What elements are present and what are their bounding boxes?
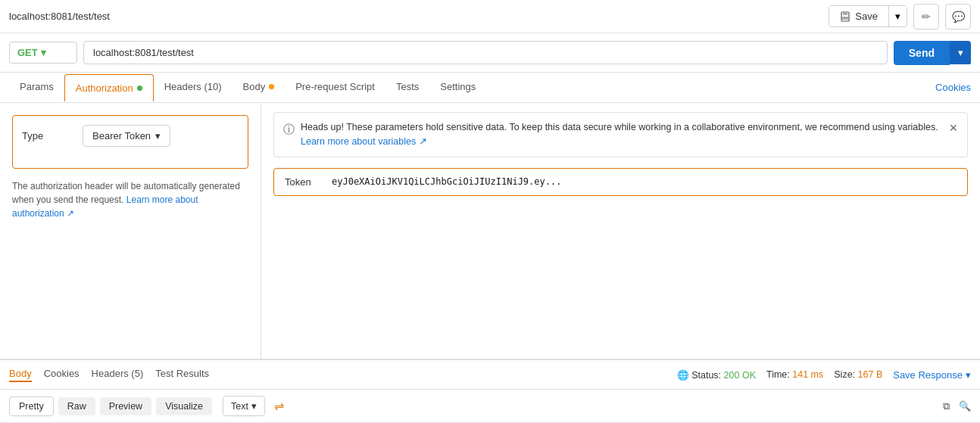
svg-rect-1 bbox=[843, 12, 847, 15]
comment-button[interactable]: 💬 bbox=[945, 4, 971, 30]
response-status: 🌐 Status: 200 OK Time: 141 ms Size: 167 … bbox=[677, 369, 971, 381]
method-select[interactable]: GET ▾ bbox=[9, 42, 77, 64]
response-bar: Body Cookies Headers (5) Test Results 🌐 … bbox=[0, 359, 980, 390]
auth-left-panel: Type Bearer Token ▾ The authorization he… bbox=[0, 103, 261, 359]
token-row: Token eyJ0eXAiOiJKV1QiLCJhbGciOiJIUzI1Ni… bbox=[273, 168, 968, 196]
text-format-select[interactable]: Text ▾ bbox=[223, 396, 265, 416]
search-icon[interactable]: 🔍 bbox=[959, 400, 971, 412]
time-value: 141 ms bbox=[792, 369, 823, 380]
preview-button[interactable]: Preview bbox=[100, 397, 151, 415]
visualize-button[interactable]: Visualize bbox=[156, 397, 212, 415]
resp-tab-cookies[interactable]: Cookies bbox=[44, 368, 80, 382]
send-button-group: Send ▾ bbox=[894, 41, 971, 65]
type-box: Type Bearer Token ▾ bbox=[12, 115, 248, 169]
body-dot bbox=[269, 84, 274, 89]
tab-body[interactable]: Body bbox=[233, 73, 286, 101]
size-value: 167 B bbox=[858, 369, 883, 380]
token-value[interactable]: eyJ0eXAiOiJKV1QiLCJhbGciOiJIUzI1NiJ9.ey.… bbox=[332, 176, 957, 187]
cookies-link[interactable]: Cookies bbox=[935, 82, 971, 93]
send-button[interactable]: Send bbox=[894, 41, 950, 65]
pretty-button[interactable]: Pretty bbox=[9, 397, 54, 416]
send-chevron-button[interactable]: ▾ bbox=[950, 41, 971, 64]
auth-description: The authorization header will be automat… bbox=[12, 179, 248, 220]
type-row: Type Bearer Token ▾ bbox=[22, 125, 239, 147]
tab-authorization[interactable]: Authorization bbox=[64, 74, 154, 101]
title-actions: Save ▾ ✏ 💬 bbox=[829, 4, 971, 30]
svg-rect-2 bbox=[842, 17, 848, 20]
url-bar: GET ▾ Send ▾ bbox=[0, 33, 980, 73]
page-title: localhost:8081/test/test bbox=[9, 11, 110, 22]
status-value: 200 OK bbox=[724, 370, 756, 381]
filter-icon[interactable]: ⇌ bbox=[274, 399, 284, 413]
resp-tab-headers[interactable]: Headers (5) bbox=[92, 368, 144, 382]
info-banner: ⓘ Heads up! These parameters hold sensit… bbox=[273, 112, 968, 157]
resp-tab-body[interactable]: Body bbox=[9, 368, 32, 382]
tab-prerequest[interactable]: Pre-request Script bbox=[285, 73, 385, 101]
raw-button[interactable]: Raw bbox=[58, 397, 95, 415]
size-label: Size: bbox=[834, 369, 855, 380]
url-input[interactable] bbox=[83, 41, 888, 64]
learn-more-variables-link[interactable]: Learn more about variables ↗ bbox=[301, 136, 427, 147]
save-response-button[interactable]: Save Response ▾ bbox=[893, 369, 971, 381]
bearer-token-select[interactable]: Bearer Token ▾ bbox=[83, 125, 170, 147]
auth-right-panel: ⓘ Heads up! These parameters hold sensit… bbox=[261, 103, 980, 359]
status-label: Status: bbox=[691, 370, 721, 381]
info-text: Heads up! These parameters hold sensitiv… bbox=[301, 120, 943, 149]
tab-settings[interactable]: Settings bbox=[429, 73, 486, 101]
title-bar: localhost:8081/test/test Save ▾ ✏ 💬 bbox=[0, 0, 980, 33]
save-icon bbox=[840, 11, 850, 22]
close-icon[interactable]: ✕ bbox=[949, 120, 958, 136]
save-button-group: Save ▾ bbox=[829, 5, 907, 27]
main-content: Type Bearer Token ▾ The authorization he… bbox=[0, 103, 980, 359]
info-icon: ⓘ bbox=[283, 121, 295, 138]
save-chevron-button[interactable]: ▾ bbox=[888, 6, 907, 26]
type-label: Type bbox=[22, 130, 83, 142]
tab-params[interactable]: Params bbox=[9, 73, 64, 101]
token-label: Token bbox=[285, 176, 323, 188]
resp-tab-testresults[interactable]: Test Results bbox=[155, 368, 209, 382]
save-button[interactable]: Save bbox=[829, 6, 888, 26]
tabs-bar: Params Authorization Headers (10) Body P… bbox=[0, 73, 980, 103]
time-label: Time: bbox=[766, 369, 790, 380]
format-bar: Pretty Raw Preview Visualize Text ▾ ⇌ ⧉ … bbox=[0, 390, 980, 423]
authorization-dot bbox=[137, 86, 142, 91]
edit-button[interactable]: ✏ bbox=[913, 4, 939, 30]
tab-tests[interactable]: Tests bbox=[385, 73, 429, 101]
copy-icon[interactable]: ⧉ bbox=[943, 400, 950, 412]
tab-headers[interactable]: Headers (10) bbox=[154, 73, 233, 101]
